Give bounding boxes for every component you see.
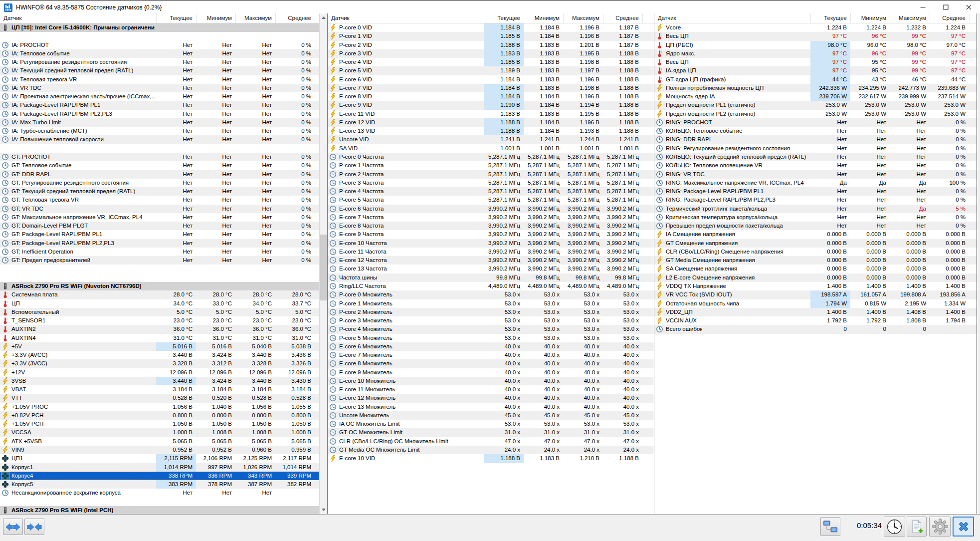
collapse-columns-button[interactable] xyxy=(24,519,44,535)
sensor-row[interactable]: E-core 12 Множитель40.0 x40.0 x40.0 x40.… xyxy=(328,394,654,402)
sensor-row[interactable]: Вспомогательный5.0 °C5.0 °C5.0 °C5.0 °C xyxy=(0,308,319,316)
sensor-row[interactable]: Ring/LLC Частота4,489.0 МГц4,489.0 МГц4,… xyxy=(328,282,654,290)
sensor-row[interactable]: P-core 1 Частота5,287.1 МГц5,287.1 МГц5,… xyxy=(328,161,654,170)
sensor-row[interactable]: P-core 5 VID1.189 В1.183 В1.197 В1.188 В xyxy=(328,66,654,75)
sensor-row[interactable]: RING: Package-Level RAPL/PBM PL1НетНетНе… xyxy=(654,187,977,196)
sensor-row[interactable]: Критическая температура корпуса/кольцаНе… xyxy=(654,213,977,222)
sensor-row[interactable]: IA: Тепловое событиеНетНетНет0 % xyxy=(0,49,319,58)
sensor-row[interactable]: P-core 2 VID1.188 В1.183 В1.201 В1.187 В xyxy=(328,41,654,49)
sensor-row[interactable]: КОЛЬЦО: Тепловое событиеНетНетНет0 % xyxy=(654,127,977,135)
sensor-row[interactable]: Предел мощности PL1 (статично)253.0 W253… xyxy=(654,101,977,109)
sensor-row[interactable]: RING: Максимальное напряжение VR, ICCmax… xyxy=(654,179,977,187)
column-average[interactable]: Среднее xyxy=(603,13,642,23)
sensor-row[interactable]: E-core 6 Частота3,990.2 МГц3,990.2 МГц3,… xyxy=(328,205,654,213)
sensor-row[interactable]: SA Смещение напряжения0.000 В0.000 В0.00… xyxy=(654,265,977,273)
sensor-row[interactable]: P-core 1 VID1.185 В1.184 В1.196 В1.187 В xyxy=(328,32,654,40)
sensor-row[interactable]: IA: Package-Level RAPL/PBM PL2,PL3НетНет… xyxy=(0,110,319,118)
sensor-row[interactable]: GT: Package-Level RAPL/PBM PL2,PL3НетНет… xyxy=(0,239,319,248)
sensor-row[interactable]: GT-ядра ЦП (графика)44 °C43 °C46 °C44 °C xyxy=(654,75,977,84)
sensor-row[interactable]: IA: Тепловая тревога VRНетНетНет0 % xyxy=(0,75,319,84)
sensor-row[interactable]: IA: Повышение тепловой скоростиНетНетНет… xyxy=(0,135,319,144)
sensor-row[interactable]: T_SENSOR123.0 °C23.0 °C23.0 °C23.0 °C xyxy=(0,316,319,325)
sensor-row[interactable]: GT: DDR RAPLНетНетНет0 % xyxy=(0,170,319,179)
sensor-row[interactable]: GT: Максимальное напряжение VR, ICCmax, … xyxy=(0,213,319,222)
column-maximum[interactable]: Максимум xyxy=(563,13,603,23)
column-sensor[interactable]: Датчик xyxy=(658,13,676,23)
sensor-row[interactable]: GT: Регулирование резидентного состояния… xyxy=(0,179,319,187)
sensor-row[interactable]: GT: Inefficient OperationНетНетНет0 % xyxy=(0,248,319,256)
sensor-row[interactable]: ATX +5VSB5.065 В5.065 В5.065 В5.065 В xyxy=(0,437,319,446)
sensor-row[interactable]: Корпус5383 RPM378 RPM387 RPM382 RPM xyxy=(0,480,319,489)
sensor-row[interactable]: КОЛЬЦО: Тепловое оповещение VRНетНетНет0… xyxy=(654,161,977,170)
sensor-row[interactable]: IA: Max Turbo LimitНетНетНет0 % xyxy=(0,118,319,127)
column-minimum[interactable]: Минимум xyxy=(524,13,563,23)
sensor-row[interactable]: IA Смещение напряжения0.000 В0.000 В0.00… xyxy=(654,230,977,239)
sensor-row[interactable]: GT: VR TDCНетНетНет0 % xyxy=(0,205,319,213)
sensor-row[interactable]: VBAT3.184 В3.184 В3.184 В3.184 В xyxy=(0,385,319,394)
sensor-row[interactable]: E-core 9 VID1.190 В1.184 В1.194 В1.188 В xyxy=(328,101,654,109)
sensor-row[interactable]: P-core 1 Множитель53.0 x53.0 x53.0 x53.0… xyxy=(328,299,654,308)
sensor-row[interactable]: E-core 6 VID1.184 В1.183 В1.196 В1.188 В xyxy=(328,75,654,84)
sensor-row[interactable]: IA: VR TDCНетНетНет0 % xyxy=(0,84,319,92)
sensor-row[interactable]: VR VCC Ток (SVID IOUT)198.597 A161.057 A… xyxy=(654,290,977,299)
sensor-row[interactable]: E-core 10 VID1.188 В1.183 В1.210 В1.188 … xyxy=(328,454,654,463)
sensor-row[interactable]: RING: PROCHOTНетНетНет0 % xyxy=(654,118,977,127)
sensor-row[interactable]: AUXTIN431.0 °C31.0 °C31.0 °C31.0 °C xyxy=(0,334,319,342)
minimize-button[interactable] xyxy=(911,1,934,13)
column-minimum[interactable]: Минимум xyxy=(850,13,890,23)
column-average[interactable]: Среднее xyxy=(930,13,969,23)
sensor-row[interactable]: AUXTIN236.0 °C36.0 °C36.0 °C36.0 °C xyxy=(0,325,319,333)
sensor-row[interactable]: +0.82V PCH0.800 В0.800 В0.800 В0.800 В xyxy=(0,411,319,420)
sensor-row[interactable]: ЦП34.0 °C33.0 °C34.0 °C33.7 °C xyxy=(0,299,319,308)
sensor-row[interactable]: VDDQ TX Напряжение1.400 В1.400 В1.400 В1… xyxy=(654,282,977,290)
uptime-clock-button[interactable] xyxy=(884,517,905,537)
sensor-row[interactable]: P-core 0 VID1.184 В1.184 В1.196 В1.187 В xyxy=(328,23,654,32)
remote-monitoring-button[interactable] xyxy=(820,517,840,536)
scroll-up-icon[interactable] xyxy=(320,14,327,22)
sensor-row[interactable]: GT: Package-Level RAPL/PBM PL1НетНетНет0… xyxy=(0,230,319,239)
sensor-row[interactable]: CLR (CBo/LLC/Ring) Смещение напряжения0.… xyxy=(654,248,977,256)
sensor-row[interactable]: +3.3V (3VCC)3.328 В3.312 В3.328 В3.326 В xyxy=(0,359,319,368)
sensor-row[interactable]: E-core 13 VID1.188 В1.184 В1.193 В1.188 … xyxy=(328,127,654,135)
sensor-row[interactable]: E-core 13 Частота3,990.2 МГц3,990.2 МГц3… xyxy=(328,265,654,273)
scroll-thumb[interactable] xyxy=(320,235,327,300)
sensor-row[interactable]: P-core 3 Множитель53.0 x53.0 x53.0 x53.0… xyxy=(328,316,654,325)
sensor-row[interactable]: ЦП (PECI)98.0 °C96.0 °C98.0 °C97.0 °C xyxy=(654,41,977,49)
device-section-header[interactable]: ASRock Z790 Pro RS WiFi (Nuvoton NCT6796… xyxy=(0,282,319,290)
sensor-row[interactable]: Весь ЦП97 °C95 °C99 °C97 °C xyxy=(654,58,977,66)
sensor-row[interactable]: GT: Тепловая тревога VRНетНетНет0 % xyxy=(0,196,319,204)
sensor-row[interactable]: RING: Package-Level RAPL/PBM PL2,PL3НетН… xyxy=(654,196,977,204)
sensor-row[interactable]: VIN90.952 В0.952 В0.960 В0.959 В xyxy=(0,446,319,454)
sensor-row[interactable]: E-core 9 Множитель40.0 x40.0 x40.0 x40.0… xyxy=(328,368,654,377)
sensor-row[interactable]: Мощность ядер IA239.706 W232.617 W239.99… xyxy=(654,92,977,101)
sensor-row[interactable]: +1.05V PROC1.056 В1.040 В1.056 В1.055 В xyxy=(0,403,319,411)
sensor-row[interactable]: L2 E-core Смещение напряжения0.000 В0.00… xyxy=(654,273,977,282)
column-maximum[interactable]: Максимум xyxy=(235,13,275,23)
sensor-row[interactable]: VCCSA1.008 В1.008 В1.008 В1.008 В xyxy=(0,428,319,437)
scroll-down-icon[interactable] xyxy=(320,505,327,514)
sensor-row[interactable]: IA: Package-Level RAPL/PBM PL1НетНетНет0… xyxy=(0,101,319,109)
sensor-row[interactable]: E-core 12 VID1.188 В1.184 В1.196 В1.188 … xyxy=(328,118,654,127)
device-section-header[interactable]: ASRock Z790 Pro RS WiFi (Intel PCH) xyxy=(0,506,319,514)
sensor-row[interactable]: P-core 4 Множитель53.0 x53.0 x53.0 x53.0… xyxy=(328,325,654,333)
sensor-row[interactable]: +5V5.016 В5.016 В5.040 В5.038 В xyxy=(0,342,319,351)
sensor-row[interactable]: P-core 0 Множитель53.0 x53.0 x53.0 x53.0… xyxy=(328,290,654,299)
sensor-row[interactable]: ЦП12,115 RPM2,106 RPM2,125 RPM2,117 RPM xyxy=(0,454,319,463)
sensor-row[interactable]: Системная плата28.0 °C28.0 °C28.0 °C28.0… xyxy=(0,290,319,299)
sensor-row[interactable]: E-core 8 VID1.184 В1.184 В1.196 В1.188 В xyxy=(328,92,654,101)
column-current[interactable]: Текущее xyxy=(810,13,850,23)
sensor-row[interactable]: IA OC Множитель Limit53.0 x53.0 x53.0 x5… xyxy=(328,420,654,428)
sensor-row[interactable]: VTT0.528 В0.520 В0.528 В0.528 В xyxy=(0,394,319,402)
device-section-header[interactable]: ЦП [#0]: Intel Core i5-14600K: Причины о… xyxy=(0,23,319,32)
sensor-row[interactable]: P-core 4 Частота5,287.1 МГц5,287.1 МГц5,… xyxy=(328,187,654,196)
expand-columns-button[interactable] xyxy=(3,519,23,535)
sensor-row[interactable]: Uncore VID1.241 В1.241 В1.244 В1.241 В xyxy=(328,135,654,144)
settings-gear-button[interactable] xyxy=(929,517,951,537)
sensor-row[interactable]: Превышен предел мощности пакета/кольцаНе… xyxy=(654,222,977,230)
sensor-row[interactable]: GT OC Множитель Limit31.0 x31.0 x31.0 x3… xyxy=(328,428,654,437)
sensor-row[interactable]: Всего ошибок000 xyxy=(654,325,977,333)
sensor-row[interactable]: IA: Регулирование резидентного состояния… xyxy=(0,58,319,66)
column-sensor[interactable]: Датчик xyxy=(3,13,22,23)
close-window-button[interactable] xyxy=(957,1,980,13)
sensor-row[interactable]: КОЛЬЦО: Текущий средний тепловой предел … xyxy=(654,153,977,161)
